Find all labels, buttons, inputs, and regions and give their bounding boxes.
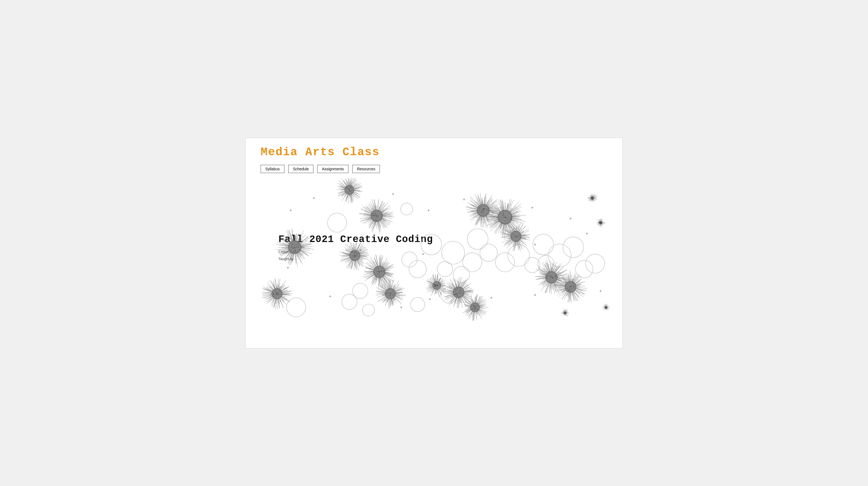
course-title: Fall 2021 Creative Coding <box>278 234 433 245</box>
nav-buttons: Syllabus Schedule Assignments Resources <box>260 165 380 173</box>
nav-resources[interactable]: Resources <box>352 165 380 173</box>
header-section: Media Arts Class Syllabus Schedule Assig… <box>260 146 380 173</box>
nav-schedule[interactable]: Schedule <box>288 165 313 173</box>
course-instructor: Taught by <box>278 257 433 261</box>
page-title: Media Arts Class <box>260 146 380 159</box>
course-crn: CRN2032 <box>278 250 433 254</box>
page-container: Media Arts Class Syllabus Schedule Assig… <box>245 138 623 348</box>
hero-section: Fall 2021 Creative Coding CRN2032 Taught… <box>278 234 433 261</box>
nav-assignments[interactable]: Assignments <box>317 165 348 173</box>
nav-syllabus[interactable]: Syllabus <box>260 165 284 173</box>
